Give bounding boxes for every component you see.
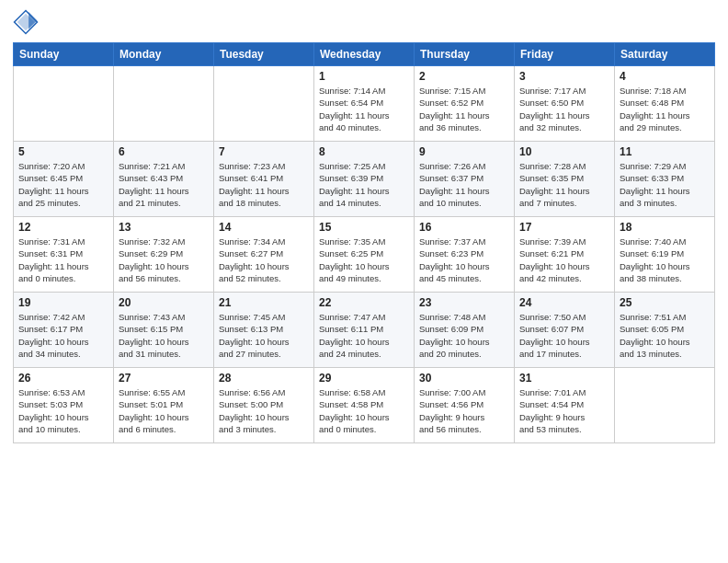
calendar-week-3: 12Sunrise: 7:31 AM Sunset: 6:31 PM Dayli…	[14, 217, 715, 293]
day-number: 26	[18, 372, 108, 385]
calendar-header-row: Sunday Monday Tuesday Wednesday Thursday…	[14, 43, 715, 66]
calendar-week-4: 19Sunrise: 7:42 AM Sunset: 6:17 PM Dayli…	[14, 293, 715, 368]
col-monday: Monday	[114, 43, 214, 66]
page: Sunday Monday Tuesday Wednesday Thursday…	[0, 0, 728, 563]
day-number: 1	[319, 70, 409, 83]
day-number: 14	[219, 221, 309, 234]
day-number: 29	[319, 372, 409, 385]
day-info: Sunrise: 7:43 AM Sunset: 6:15 PM Dayligh…	[119, 311, 209, 360]
calendar-cell: 29Sunrise: 6:58 AM Sunset: 4:58 PM Dayli…	[314, 368, 415, 443]
day-number: 20	[119, 296, 209, 309]
calendar-cell: 30Sunrise: 7:00 AM Sunset: 4:56 PM Dayli…	[415, 368, 515, 443]
day-info: Sunrise: 7:26 AM Sunset: 6:37 PM Dayligh…	[419, 160, 509, 209]
calendar-cell: 15Sunrise: 7:35 AM Sunset: 6:25 PM Dayli…	[314, 217, 415, 293]
calendar-cell: 6Sunrise: 7:21 AM Sunset: 6:43 PM Daylig…	[114, 142, 214, 217]
calendar-cell: 7Sunrise: 7:23 AM Sunset: 6:41 PM Daylig…	[214, 142, 314, 217]
day-number: 16	[419, 221, 509, 234]
calendar-cell	[615, 368, 715, 443]
day-info: Sunrise: 7:45 AM Sunset: 6:13 PM Dayligh…	[219, 311, 309, 360]
day-info: Sunrise: 7:31 AM Sunset: 6:31 PM Dayligh…	[18, 236, 108, 284]
day-number: 3	[519, 70, 609, 83]
day-number: 5	[18, 145, 108, 158]
day-number: 18	[620, 221, 710, 234]
day-number: 23	[419, 296, 509, 309]
day-number: 7	[219, 145, 309, 158]
calendar-cell	[114, 66, 214, 142]
day-number: 2	[419, 70, 509, 83]
calendar-cell: 24Sunrise: 7:50 AM Sunset: 6:07 PM Dayli…	[515, 293, 615, 368]
logo	[13, 9, 42, 35]
calendar-week-2: 5Sunrise: 7:20 AM Sunset: 6:45 PM Daylig…	[14, 142, 715, 217]
calendar-cell: 23Sunrise: 7:48 AM Sunset: 6:09 PM Dayli…	[415, 293, 515, 368]
calendar-cell: 20Sunrise: 7:43 AM Sunset: 6:15 PM Dayli…	[114, 293, 214, 368]
day-info: Sunrise: 6:55 AM Sunset: 5:01 PM Dayligh…	[119, 386, 209, 435]
calendar-cell: 14Sunrise: 7:34 AM Sunset: 6:27 PM Dayli…	[214, 217, 314, 293]
col-saturday: Saturday	[615, 43, 715, 66]
day-info: Sunrise: 7:50 AM Sunset: 6:07 PM Dayligh…	[519, 311, 609, 360]
calendar-cell: 3Sunrise: 7:17 AM Sunset: 6:50 PM Daylig…	[515, 66, 615, 142]
day-info: Sunrise: 7:47 AM Sunset: 6:11 PM Dayligh…	[319, 311, 409, 360]
calendar-cell	[214, 66, 314, 142]
day-number: 31	[519, 372, 609, 385]
logo-icon	[13, 9, 39, 35]
calendar-cell: 10Sunrise: 7:28 AM Sunset: 6:35 PM Dayli…	[515, 142, 615, 217]
day-number: 21	[219, 296, 309, 309]
calendar-cell: 4Sunrise: 7:18 AM Sunset: 6:48 PM Daylig…	[615, 66, 715, 142]
calendar-cell: 16Sunrise: 7:37 AM Sunset: 6:23 PM Dayli…	[415, 217, 515, 293]
day-number: 6	[119, 145, 209, 158]
day-info: Sunrise: 7:15 AM Sunset: 6:52 PM Dayligh…	[419, 85, 509, 133]
day-info: Sunrise: 7:23 AM Sunset: 6:41 PM Dayligh…	[219, 160, 309, 209]
calendar-cell: 26Sunrise: 6:53 AM Sunset: 5:03 PM Dayli…	[14, 368, 114, 443]
day-number: 28	[219, 372, 309, 385]
calendar-cell: 13Sunrise: 7:32 AM Sunset: 6:29 PM Dayli…	[114, 217, 214, 293]
day-info: Sunrise: 7:00 AM Sunset: 4:56 PM Dayligh…	[419, 386, 509, 435]
day-info: Sunrise: 6:56 AM Sunset: 5:00 PM Dayligh…	[219, 386, 309, 435]
day-number: 11	[620, 145, 710, 158]
day-info: Sunrise: 6:53 AM Sunset: 5:03 PM Dayligh…	[18, 386, 108, 435]
calendar-cell	[14, 66, 114, 142]
day-number: 24	[519, 296, 609, 309]
calendar-cell: 28Sunrise: 6:56 AM Sunset: 5:00 PM Dayli…	[214, 368, 314, 443]
calendar: Sunday Monday Tuesday Wednesday Thursday…	[13, 42, 715, 443]
day-number: 9	[419, 145, 509, 158]
day-number: 25	[620, 296, 710, 309]
day-info: Sunrise: 7:17 AM Sunset: 6:50 PM Dayligh…	[519, 85, 609, 133]
calendar-cell: 18Sunrise: 7:40 AM Sunset: 6:19 PM Dayli…	[615, 217, 715, 293]
calendar-cell: 22Sunrise: 7:47 AM Sunset: 6:11 PM Dayli…	[314, 293, 415, 368]
calendar-cell: 8Sunrise: 7:25 AM Sunset: 6:39 PM Daylig…	[314, 142, 415, 217]
day-number: 15	[319, 221, 409, 234]
day-info: Sunrise: 7:37 AM Sunset: 6:23 PM Dayligh…	[419, 236, 509, 284]
day-number: 22	[319, 296, 409, 309]
day-info: Sunrise: 7:35 AM Sunset: 6:25 PM Dayligh…	[319, 236, 409, 284]
day-info: Sunrise: 7:14 AM Sunset: 6:54 PM Dayligh…	[319, 85, 409, 133]
day-number: 8	[319, 145, 409, 158]
day-info: Sunrise: 7:28 AM Sunset: 6:35 PM Dayligh…	[519, 160, 609, 209]
calendar-cell: 31Sunrise: 7:01 AM Sunset: 4:54 PM Dayli…	[515, 368, 615, 443]
day-number: 30	[419, 372, 509, 385]
day-info: Sunrise: 7:25 AM Sunset: 6:39 PM Dayligh…	[319, 160, 409, 209]
day-info: Sunrise: 7:21 AM Sunset: 6:43 PM Dayligh…	[119, 160, 209, 209]
calendar-cell: 9Sunrise: 7:26 AM Sunset: 6:37 PM Daylig…	[415, 142, 515, 217]
header	[13, 9, 715, 35]
col-friday: Friday	[515, 43, 615, 66]
col-tuesday: Tuesday	[214, 43, 314, 66]
day-info: Sunrise: 7:51 AM Sunset: 6:05 PM Dayligh…	[620, 311, 710, 360]
calendar-cell: 1Sunrise: 7:14 AM Sunset: 6:54 PM Daylig…	[314, 66, 415, 142]
day-number: 19	[18, 296, 108, 309]
day-info: Sunrise: 7:42 AM Sunset: 6:17 PM Dayligh…	[18, 311, 108, 360]
col-thursday: Thursday	[415, 43, 515, 66]
calendar-cell: 19Sunrise: 7:42 AM Sunset: 6:17 PM Dayli…	[14, 293, 114, 368]
day-info: Sunrise: 7:34 AM Sunset: 6:27 PM Dayligh…	[219, 236, 309, 284]
day-number: 17	[519, 221, 609, 234]
calendar-cell: 17Sunrise: 7:39 AM Sunset: 6:21 PM Dayli…	[515, 217, 615, 293]
day-info: Sunrise: 7:32 AM Sunset: 6:29 PM Dayligh…	[119, 236, 209, 284]
day-info: Sunrise: 7:01 AM Sunset: 4:54 PM Dayligh…	[519, 386, 609, 435]
day-number: 10	[519, 145, 609, 158]
calendar-cell: 25Sunrise: 7:51 AM Sunset: 6:05 PM Dayli…	[615, 293, 715, 368]
day-info: Sunrise: 7:20 AM Sunset: 6:45 PM Dayligh…	[18, 160, 108, 209]
col-wednesday: Wednesday	[314, 43, 415, 66]
day-info: Sunrise: 7:48 AM Sunset: 6:09 PM Dayligh…	[419, 311, 509, 360]
calendar-cell: 27Sunrise: 6:55 AM Sunset: 5:01 PM Dayli…	[114, 368, 214, 443]
calendar-week-1: 1Sunrise: 7:14 AM Sunset: 6:54 PM Daylig…	[14, 66, 715, 142]
day-number: 27	[119, 372, 209, 385]
